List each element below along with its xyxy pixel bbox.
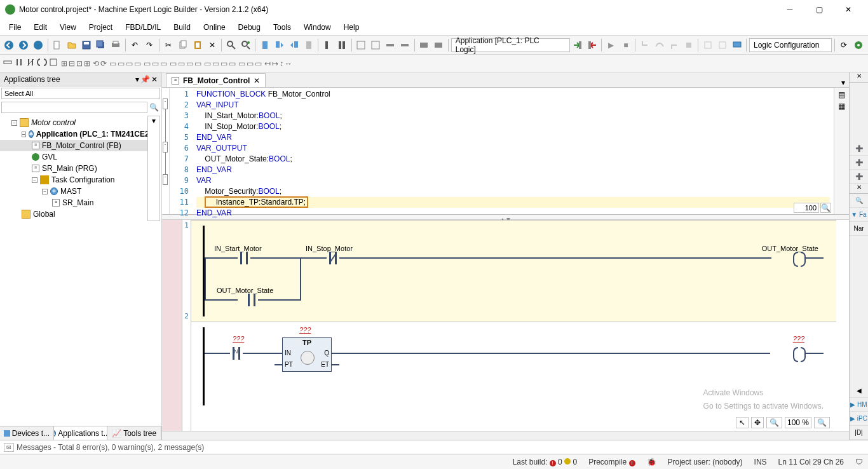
declaration-zoom-input[interactable] — [794, 203, 819, 213]
editor-tab-fb[interactable]: ≡ FB_Motor_Control ✕ — [166, 73, 266, 87]
code-text[interactable]: FUNCTION_BLOCK FB_Motor_Control VAR_INPU… — [193, 88, 834, 214]
tb-icon-b[interactable] — [369, 38, 383, 52]
bookmark-next-icon[interactable] — [273, 38, 286, 52]
t2-i5[interactable]: ⟲ — [93, 59, 99, 68]
nav-back-icon[interactable] — [3, 38, 16, 52]
t2-i11[interactable]: ▭ — [144, 59, 151, 68]
menu-view[interactable]: View — [53, 20, 83, 34]
right-d[interactable]: |D| — [850, 426, 868, 440]
nav-fwd-icon[interactable] — [17, 38, 31, 52]
right-scroll-left[interactable]: ◀ — [850, 384, 868, 398]
tree-application[interactable]: −✼Application (PLC_1: TM241CE24R) — [0, 128, 147, 140]
t2-i13[interactable]: ▭ — [160, 59, 167, 68]
find-replace-icon[interactable] — [239, 38, 252, 52]
t2-i18[interactable]: ▭ — [204, 59, 211, 68]
delete-icon[interactable]: ✕ — [205, 38, 219, 52]
h-scrollbar[interactable] — [162, 431, 849, 440]
right-close-2[interactable]: ✕ — [850, 184, 868, 194]
new-icon[interactable] — [51, 38, 64, 52]
sb-shield-icon[interactable]: 🛡 — [855, 458, 863, 466]
t2-i3[interactable]: ⊡ — [76, 59, 83, 68]
tab-applications-tree[interactable]: ✼Applications t... — [54, 426, 108, 440]
t2-i15[interactable]: ▭ — [178, 59, 185, 68]
right-plus-1[interactable]: ➕ — [850, 142, 868, 156]
unknown-label-1[interactable]: ??? — [233, 335, 244, 343]
tb-icon-a[interactable] — [355, 38, 368, 52]
ladder-canvas[interactable]: IN_Start_Motor IN_Stop_Motor OUT_Motor_S… — [191, 220, 849, 431]
tree-srmain-task[interactable]: ≡SR_Main — [0, 197, 147, 208]
t2-i17[interactable]: ▭ — [194, 59, 201, 68]
right-search-icon[interactable]: 🔍 — [850, 194, 868, 208]
right-plus-3[interactable]: ➕ — [850, 170, 868, 184]
tb-icon-hmi[interactable] — [730, 38, 743, 52]
t2-i24[interactable]: ▭ — [255, 59, 262, 68]
breakpoint-list-icon[interactable] — [336, 38, 349, 52]
declaration-zoom-icon[interactable]: 🔍 — [820, 203, 831, 213]
tb-icon-h[interactable] — [715, 38, 729, 52]
t2-i6[interactable]: ⟳ — [100, 59, 107, 68]
run-icon[interactable]: ▶ — [604, 38, 618, 52]
breakpoint-icon[interactable] — [321, 38, 334, 52]
tab-tools-tree[interactable]: 📈Tools tree — [107, 426, 161, 440]
tb-icon-c[interactable] — [384, 38, 397, 52]
tree-item-gvl[interactable]: GVL — [0, 151, 147, 163]
right-ipc[interactable]: ▶ iPC — [850, 412, 868, 426]
step-over-icon[interactable] — [653, 38, 666, 52]
minimize-button[interactable]: ─ — [775, 0, 804, 19]
bookmark-prev-icon[interactable] — [287, 38, 301, 52]
right-favorites[interactable]: ▼ Fa — [850, 208, 868, 222]
tb-icon-d[interactable] — [398, 38, 412, 52]
fb-tp-box[interactable]: TP IN Q PT ET — [282, 337, 332, 372]
open-icon[interactable] — [65, 38, 79, 52]
menu-window[interactable]: Window — [297, 20, 337, 34]
zoom-icon[interactable]: 🔍 — [766, 417, 782, 428]
logic-config-combo[interactable]: Logic Configuration — [749, 38, 832, 52]
rung-2[interactable]: ??? N ??? TP IN Q PT ET — [191, 322, 836, 411]
t2-i8[interactable]: ▭ — [118, 59, 125, 68]
view-icon-a[interactable]: ▤ — [838, 90, 845, 99]
panel-close-icon[interactable]: ✕ — [151, 75, 158, 84]
t2-i9[interactable]: ▭ — [126, 59, 133, 68]
gear-icon[interactable] — [852, 38, 865, 52]
t2-i27[interactable]: ↕ — [280, 59, 283, 68]
t2-i21[interactable]: ▭ — [229, 59, 236, 68]
logout-icon[interactable] — [586, 38, 599, 52]
cut-icon[interactable]: ✂ — [162, 38, 175, 52]
cursor-icon[interactable]: ↖ — [736, 417, 749, 428]
coil-out-motor[interactable] — [793, 252, 806, 264]
save-all-icon[interactable] — [95, 38, 108, 52]
t2-i26[interactable]: ↦ — [272, 59, 278, 68]
t2-i4[interactable]: ⊞ — [84, 59, 90, 68]
t2-i19[interactable]: ▭ — [212, 59, 219, 68]
rung-1[interactable]: IN_Start_Motor IN_Stop_Motor OUT_Motor_S… — [191, 220, 836, 322]
menu-fbd[interactable]: FBD/LD/IL — [119, 20, 167, 34]
tree-task-config[interactable]: −Task Configuration — [0, 174, 147, 186]
copy-icon[interactable] — [177, 38, 190, 52]
tab-devices-tree[interactable]: Devices t... — [0, 426, 54, 440]
undo-icon[interactable]: ↶ — [128, 38, 142, 52]
select-all-combo[interactable]: Select All — [1, 88, 160, 99]
t2-i14[interactable]: ▭ — [170, 59, 177, 68]
tree-item-fb[interactable]: ≡FB_Motor_Control (FB) — [0, 140, 147, 151]
maximize-button[interactable]: ▢ — [804, 0, 834, 19]
messages-bar[interactable]: ✉ Messages - Total 8 error(s), 0 warning… — [0, 440, 868, 454]
t2-i16[interactable]: ▭ — [186, 59, 193, 68]
right-close-1[interactable]: ✕ — [850, 72, 868, 83]
t2-i12[interactable]: ▭ — [152, 59, 159, 68]
close-button[interactable]: ✕ — [834, 0, 863, 19]
menu-file[interactable]: File — [3, 20, 27, 34]
menu-help[interactable]: Help — [337, 20, 366, 34]
refresh-icon[interactable]: ⟳ — [837, 38, 851, 52]
step-cursor-icon[interactable] — [682, 38, 695, 52]
coil-unknown[interactable] — [793, 347, 806, 360]
step-into-icon[interactable] — [638, 38, 651, 52]
move-icon[interactable]: ✥ — [751, 417, 764, 428]
tb-icon-f[interactable] — [432, 38, 445, 52]
bookmark-clear-icon[interactable] — [302, 38, 315, 52]
tree-global[interactable]: Global — [0, 208, 147, 220]
step-out-icon[interactable] — [667, 38, 681, 52]
print-icon[interactable] — [109, 38, 123, 52]
paste-icon[interactable] — [191, 38, 204, 52]
login-icon[interactable] — [571, 38, 585, 52]
tree-mast[interactable]: −✼MAST — [0, 186, 147, 197]
